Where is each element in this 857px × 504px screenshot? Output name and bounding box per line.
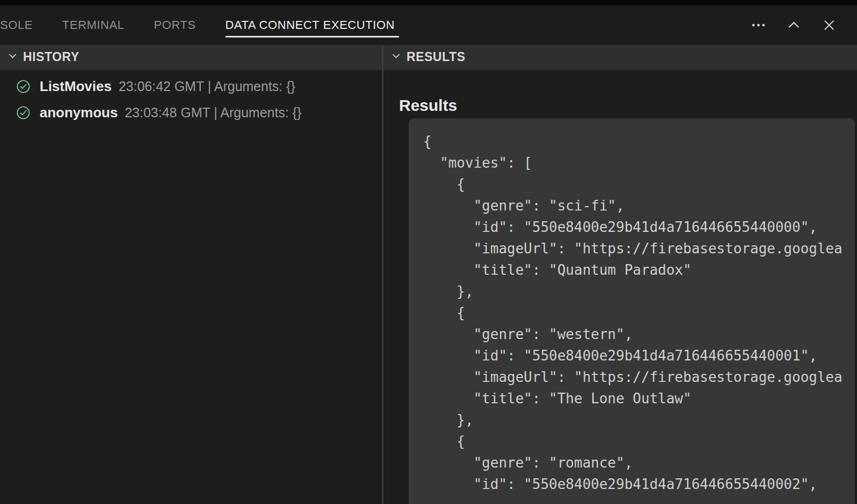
history-list: ListMovies 23:06:42 GMT | Arguments: {} … [0, 70, 382, 126]
tab-data-connect-execution[interactable]: DATA CONNECT EXECUTION [225, 14, 395, 36]
tab-ports[interactable]: PORTS [154, 14, 196, 36]
history-section-header[interactable]: HISTORY [0, 45, 382, 70]
history-item-listmovies[interactable]: ListMovies 23:06:42 GMT | Arguments: {} [0, 73, 382, 100]
tab-terminal[interactable]: TERMINAL [62, 14, 124, 36]
results-header-label: RESULTS [407, 50, 465, 64]
history-item-meta: 23:06:42 GMT | Arguments: {} [118, 79, 295, 94]
results-json-output[interactable]: { "movies": [ { "genre": "sci-fi", "id":… [409, 118, 855, 504]
tab-console[interactable]: SOLE [0, 14, 33, 36]
history-item-name: anonymous [40, 104, 118, 121]
history-item-meta: 23:03:48 GMT | Arguments: {} [125, 105, 302, 121]
data-connect-execution-view: HISTORY ListMovies 23:06:42 GMT | Argume… [0, 45, 857, 504]
maximize-panel-button[interactable] [785, 17, 802, 34]
history-pane: HISTORY ListMovies 23:06:42 GMT | Argume… [0, 45, 382, 504]
history-header-label: HISTORY [23, 50, 79, 64]
check-circle-icon [16, 79, 31, 94]
results-title: Results [399, 96, 457, 115]
panel-tab-bar: SOLE TERMINAL PORTS DATA CONNECT EXECUTI… [0, 5, 857, 45]
history-item-anonymous[interactable]: anonymous 23:03:48 GMT | Arguments: {} [0, 100, 382, 126]
ellipsis-icon [750, 17, 766, 33]
more-actions-button[interactable] [750, 17, 767, 34]
chevron-down-icon [7, 50, 18, 64]
chevron-up-icon [786, 17, 802, 33]
panel-top-border [0, 0, 857, 5]
history-item-name: ListMovies [40, 78, 111, 95]
close-panel-button[interactable] [821, 17, 838, 34]
results-section-header[interactable]: RESULTS [384, 45, 857, 70]
results-pane: RESULTS Results { "movies": [ { "genre":… [384, 45, 857, 504]
panel-tabs: SOLE TERMINAL PORTS DATA CONNECT EXECUTI… [0, 5, 424, 45]
check-circle-icon [16, 106, 31, 120]
panel-toolbar [750, 17, 838, 34]
chevron-down-icon [390, 50, 402, 64]
close-icon [821, 17, 837, 33]
